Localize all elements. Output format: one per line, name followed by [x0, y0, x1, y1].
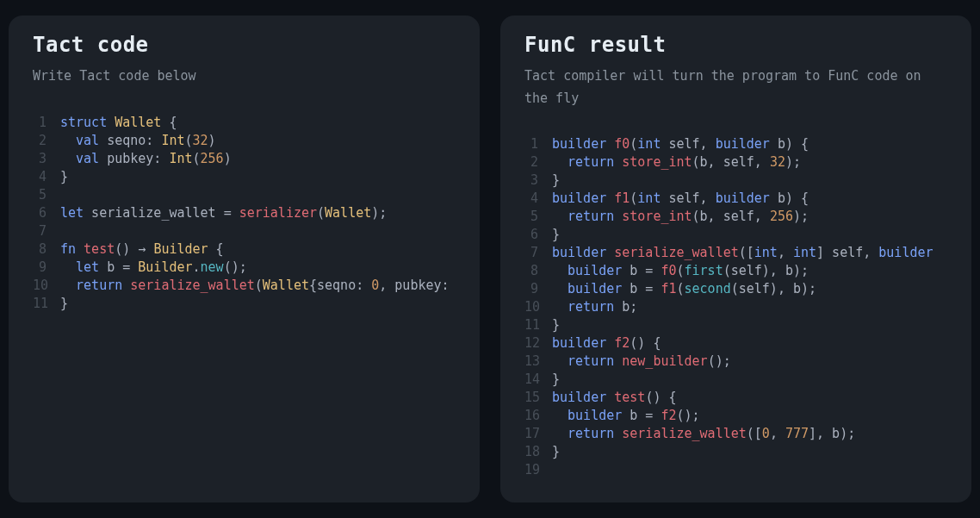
code-line[interactable]: 18}	[524, 443, 947, 461]
line-number: 7	[524, 244, 552, 262]
code-line[interactable]: 1struct Wallet {	[33, 114, 456, 132]
code-content[interactable]: return store_int(b, self, 256);	[552, 208, 947, 226]
code-content[interactable]	[552, 461, 947, 479]
code-line[interactable]: 2 val seqno: Int(32)	[33, 132, 456, 150]
code-content[interactable]: val pubkey: Int(256)	[60, 150, 456, 168]
line-number: 12	[524, 334, 552, 353]
code-line[interactable]: 16 builder b = f2();	[524, 407, 947, 425]
code-content[interactable]: return serialize_wallet(Wallet{seqno: 0,…	[60, 277, 456, 295]
code-content[interactable]: builder b = f0(first(self), b);	[552, 262, 947, 280]
line-number: 13	[524, 353, 552, 371]
code-content[interactable]	[60, 186, 456, 204]
code-content[interactable]: builder f2() {	[552, 334, 947, 353]
line-number: 18	[524, 443, 552, 461]
code-content[interactable]: val seqno: Int(32)	[60, 132, 456, 150]
code-content[interactable]: builder b = f2();	[552, 407, 947, 425]
code-content[interactable]: }	[552, 371, 947, 389]
code-line[interactable]: 10 return b;	[524, 298, 947, 316]
code-content[interactable]: }	[552, 443, 947, 461]
dual-editor-container: Tact code Write Tact code below 1struct …	[9, 16, 971, 502]
line-number: 9	[524, 280, 552, 298]
line-number: 14	[524, 371, 552, 389]
line-number: 7	[33, 222, 60, 240]
code-content[interactable]: }	[552, 172, 947, 190]
code-content[interactable]: return new_builder();	[552, 353, 947, 371]
code-line[interactable]: 13 return new_builder();	[524, 353, 947, 371]
code-content[interactable]: }	[552, 226, 947, 244]
line-number: 19	[524, 461, 552, 479]
line-number: 1	[524, 135, 552, 153]
code-content[interactable]: builder test() {	[552, 389, 947, 407]
code-content[interactable]: let b = Builder.new();	[60, 259, 456, 277]
tact-panel-title: Tact code	[33, 33, 456, 57]
code-line[interactable]: 6let serialize_wallet = serializer(Walle…	[33, 204, 456, 222]
code-line[interactable]: 9 let b = Builder.new();	[33, 259, 456, 277]
line-number: 11	[33, 295, 60, 313]
code-line[interactable]: 8fn test() → Builder {	[33, 240, 456, 259]
line-number: 3	[524, 172, 552, 190]
line-number: 11	[524, 316, 552, 334]
code-line[interactable]: 6}	[524, 226, 947, 244]
code-content[interactable]: }	[60, 168, 456, 186]
code-content[interactable]	[60, 222, 456, 240]
line-number: 8	[33, 240, 60, 259]
code-line[interactable]: 4builder f1(int self, builder b) {	[524, 190, 947, 208]
code-content[interactable]: }	[552, 316, 947, 334]
line-number: 6	[33, 204, 60, 222]
code-content[interactable]: builder b = f1(second(self), b);	[552, 280, 947, 298]
code-line[interactable]: 2 return store_int(b, self, 32);	[524, 153, 947, 172]
code-content[interactable]: return serialize_wallet([0, 777], b);	[552, 425, 947, 443]
line-number: 3	[33, 150, 60, 168]
code-line[interactable]: 12builder f2() {	[524, 334, 947, 353]
code-content[interactable]: builder serialize_wallet([int, int] self…	[552, 244, 947, 262]
line-number: 17	[524, 425, 552, 443]
code-line[interactable]: 1builder f0(int self, builder b) {	[524, 135, 947, 153]
code-content[interactable]: return b;	[552, 298, 947, 316]
code-line[interactable]: 3}	[524, 172, 947, 190]
func-code-viewer[interactable]: 1builder f0(int self, builder b) {2 retu…	[524, 135, 947, 494]
code-line[interactable]: 7builder serialize_wallet([int, int] sel…	[524, 244, 947, 262]
code-content[interactable]: let serialize_wallet = serializer(Wallet…	[60, 204, 456, 222]
line-number: 2	[524, 153, 552, 172]
line-number: 15	[524, 389, 552, 407]
code-line[interactable]: 15builder test() {	[524, 389, 947, 407]
code-content[interactable]: return store_int(b, self, 32);	[552, 153, 947, 172]
code-line[interactable]: 3 val pubkey: Int(256)	[33, 150, 456, 168]
code-line[interactable]: 11}	[33, 295, 456, 313]
line-number: 8	[524, 262, 552, 280]
line-number: 9	[33, 259, 60, 277]
code-line[interactable]: 5 return store_int(b, self, 256);	[524, 208, 947, 226]
line-number: 4	[524, 190, 552, 208]
code-line[interactable]: 11}	[524, 316, 947, 334]
code-content[interactable]: }	[60, 295, 456, 313]
tact-panel-subtitle: Write Tact code below	[33, 66, 456, 88]
line-number: 10	[33, 277, 60, 295]
code-line[interactable]: 5	[33, 186, 456, 204]
code-line[interactable]: 14}	[524, 371, 947, 389]
code-content[interactable]: fn test() → Builder {	[60, 240, 456, 259]
line-number: 2	[33, 132, 60, 150]
code-line[interactable]: 7	[33, 222, 456, 240]
line-number: 4	[33, 168, 60, 186]
func-panel-title: FunC result	[524, 33, 947, 57]
code-content[interactable]: builder f1(int self, builder b) {	[552, 190, 947, 208]
code-line[interactable]: 17 return serialize_wallet([0, 777], b);	[524, 425, 947, 443]
tact-code-panel: Tact code Write Tact code below 1struct …	[9, 16, 480, 502]
line-number: 1	[33, 114, 60, 132]
code-line[interactable]: 19	[524, 461, 947, 479]
func-result-panel: FunC result Tact compiler will turn the …	[500, 16, 971, 502]
code-line[interactable]: 10 return serialize_wallet(Wallet{seqno:…	[33, 277, 456, 295]
code-line[interactable]: 9 builder b = f1(second(self), b);	[524, 280, 947, 298]
code-line[interactable]: 8 builder b = f0(first(self), b);	[524, 262, 947, 280]
code-content[interactable]: struct Wallet {	[60, 114, 456, 132]
line-number: 16	[524, 407, 552, 425]
line-number: 6	[524, 226, 552, 244]
code-content[interactable]: builder f0(int self, builder b) {	[552, 135, 947, 153]
tact-code-editor[interactable]: 1struct Wallet {2 val seqno: Int(32)3 va…	[33, 114, 456, 495]
func-panel-subtitle: Tact compiler will turn the program to F…	[524, 66, 947, 109]
line-number: 5	[33, 186, 60, 204]
code-line[interactable]: 4}	[33, 168, 456, 186]
line-number: 5	[524, 208, 552, 226]
line-number: 10	[524, 298, 552, 316]
